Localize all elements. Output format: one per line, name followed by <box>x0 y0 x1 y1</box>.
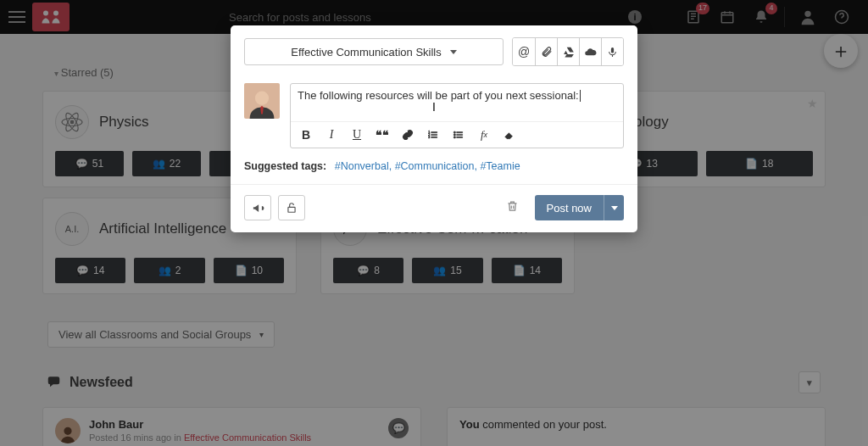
mention-icon[interactable]: @ <box>513 38 535 65</box>
svg-point-12 <box>255 92 269 105</box>
italic-button[interactable]: I <box>325 128 338 142</box>
bold-button[interactable]: B <box>299 128 313 142</box>
underline-button[interactable]: U <box>350 128 364 142</box>
svg-text:3: 3 <box>428 136 430 139</box>
discard-post-button[interactable] <box>506 199 523 216</box>
author-avatar <box>244 83 280 119</box>
compose-post-modal: Effective Communication Skills @ <box>231 25 637 232</box>
bullet-list-button[interactable] <box>452 128 465 142</box>
quote-button[interactable]: ❝❝ <box>376 128 389 142</box>
text-cursor-icon: I <box>432 100 436 114</box>
ordered-list-button[interactable]: 123 <box>426 128 440 142</box>
suggested-tag[interactable]: #Nonverbal, <box>335 160 392 172</box>
formula-button[interactable]: fx <box>477 128 491 142</box>
suggested-tags: Suggested tags: #Nonverbal, #Communicati… <box>244 160 624 172</box>
post-now-button[interactable]: Post now <box>535 195 604 220</box>
suggested-tag[interactable]: #Teamie <box>480 160 520 172</box>
post-options-dropdown[interactable] <box>604 195 624 220</box>
post-editor-text[interactable]: The following resources will be part of … <box>291 84 623 121</box>
suggested-tag[interactable]: #Communication, <box>395 160 477 172</box>
eraser-button[interactable] <box>503 128 516 142</box>
svg-rect-19 <box>288 207 295 212</box>
svg-point-17 <box>453 134 455 136</box>
editor-format-toolbar: B I U ❝❝ 123 fx <box>291 121 623 148</box>
google-drive-icon[interactable] <box>557 38 579 65</box>
cloud-icon[interactable] <box>579 38 601 65</box>
post-editor[interactable]: The following resources will be part of … <box>290 83 624 148</box>
attachment-toolbar: @ <box>512 37 624 66</box>
svg-point-18 <box>453 137 455 138</box>
svg-point-16 <box>453 131 455 133</box>
attachment-icon[interactable] <box>535 38 557 65</box>
svg-rect-11 <box>611 47 614 53</box>
announcement-toggle[interactable] <box>244 195 271 220</box>
link-button[interactable] <box>401 128 415 142</box>
privacy-toggle[interactable] <box>278 195 305 220</box>
microphone-icon[interactable] <box>601 38 623 65</box>
divider <box>231 184 637 185</box>
classroom-selector[interactable]: Effective Communication Skills <box>244 38 504 65</box>
